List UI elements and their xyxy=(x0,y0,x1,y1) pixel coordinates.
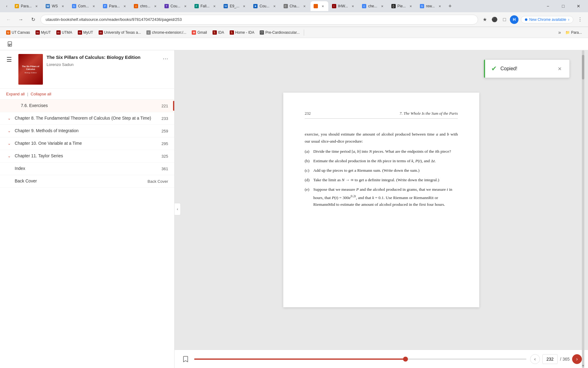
tab-1[interactable]: P Para... ✕ xyxy=(12,1,42,11)
back-button[interactable]: ← xyxy=(4,15,13,25)
bookmark-utexas[interactable]: m University of Texas a... xyxy=(96,29,144,36)
toc-item-back-cover[interactable]: Back Cover Back Cover xyxy=(0,175,174,188)
new-chrome-badge[interactable]: New Chrome available › xyxy=(521,16,573,23)
tab-3-close[interactable]: ✕ xyxy=(91,4,96,9)
reader-content: ✔ Copied! ✕ 232 7. The Whole Is the Sum … xyxy=(175,50,588,368)
tab-4[interactable]: P Para... ✕ xyxy=(100,1,130,11)
tab-scroll-left[interactable]: ‹ xyxy=(2,2,11,10)
bookmark-ut-canvas[interactable]: U UT Canvas xyxy=(4,29,32,36)
prev-page-button[interactable]: ‹ xyxy=(530,354,540,364)
expand-all-button[interactable]: Expand all xyxy=(6,92,25,96)
bookmark-utma[interactable]: m UTMA xyxy=(54,29,75,36)
tab-2-close[interactable]: ✕ xyxy=(60,4,65,9)
toc-index-text: Index xyxy=(15,166,159,172)
tab-5[interactable]: c chro... ✕ xyxy=(131,1,160,11)
tab-14[interactable]: {} Pie... ✕ xyxy=(388,1,416,11)
extensions-icon[interactable]: ⚫ xyxy=(490,15,499,24)
toc-item-ch10[interactable]: ⌄ Chapter 10. One Variable at a Time 295 xyxy=(0,137,174,150)
book-cover-subtitle: Biology Edition xyxy=(24,72,37,74)
tab-15[interactable]: G rew... ✕ xyxy=(417,1,445,11)
bookmarks-more[interactable]: » xyxy=(557,30,562,35)
tab-4-close[interactable]: ✕ xyxy=(122,4,127,9)
forward-button[interactable]: → xyxy=(16,15,26,25)
book-author: Lorenzo Sadun xyxy=(47,62,158,67)
book-menu-button[interactable]: ⋯ xyxy=(161,54,169,63)
tab-8[interactable]: W E9_... ✕ xyxy=(221,1,250,11)
bookmark-myut-2[interactable]: m MyUT xyxy=(75,29,96,36)
main-area: ☰ The Six Pillars of Calculus Biology Ed… xyxy=(0,50,588,368)
toc-ch11-page: 325 xyxy=(161,154,168,159)
progress-bar[interactable] xyxy=(194,358,526,360)
address-input[interactable]: utaustin-bookshelf.vitalsource.com/reade… xyxy=(40,15,478,25)
tab-10[interactable]: C Cha... ✕ xyxy=(281,1,310,11)
toc-ch8-page: 233 xyxy=(161,116,168,121)
bookmark-chrome-ext[interactable]: c chrome-extension:/... xyxy=(144,29,189,36)
page-bookmark-icon[interactable] xyxy=(181,354,190,364)
bookmarks-bar: U UT Canvas m MyUT m UTMA m MyUT m Unive… xyxy=(0,27,588,38)
tab-7[interactable]: F Fall... ✕ xyxy=(191,1,220,11)
bookmark-star-icon[interactable]: ★ xyxy=(481,15,489,24)
toc-item-ch11[interactable]: ⌄ Chapter 11. Taylor Series 325 xyxy=(0,150,174,163)
toc-item-ch8[interactable]: ⌄ Chapter 8. The Fundamental Theorem of … xyxy=(0,112,174,125)
settings-icon[interactable]: ⋮ xyxy=(576,15,584,24)
tab-6-close[interactable]: ✕ xyxy=(183,4,188,9)
tab-13-close[interactable]: ✕ xyxy=(380,4,385,9)
bookmark-myut-1[interactable]: m MyUT xyxy=(33,29,53,36)
tab-11-close[interactable]: ✕ xyxy=(320,4,325,9)
tab-3-label: Com... xyxy=(78,4,89,8)
tab-14-close[interactable]: ✕ xyxy=(408,4,413,9)
bookmark-ida-label: IDA xyxy=(218,30,224,35)
collapse-all-button[interactable]: Collapse all xyxy=(31,92,51,96)
tab-5-close[interactable]: ✕ xyxy=(153,4,158,9)
bookmark-chrome-ext-label: chrome-extension:/... xyxy=(152,30,186,35)
tab-7-close[interactable]: ✕ xyxy=(212,4,217,9)
tab-3[interactable]: G Com... ✕ xyxy=(69,1,99,11)
reload-button[interactable]: ↻ xyxy=(28,15,38,25)
tab-8-close[interactable]: ✕ xyxy=(242,4,247,9)
page-number-input[interactable]: 232 xyxy=(542,354,558,364)
book-info: The Six Pillars of Calculus: Biology Edi… xyxy=(47,54,158,67)
minimize-button[interactable]: − xyxy=(541,1,555,11)
new-tab-button[interactable]: + xyxy=(446,2,454,10)
tab-10-close[interactable]: ✕ xyxy=(302,4,307,9)
toc-back-cover-expand-icon xyxy=(6,178,12,184)
tab-1-close[interactable]: ✕ xyxy=(34,4,39,9)
maximize-button[interactable]: □ xyxy=(556,1,570,11)
tab-12[interactable]: I IHW... ✕ xyxy=(329,1,359,11)
tab-2[interactable]: W WS ✕ xyxy=(43,1,68,11)
toc-item-exercises[interactable]: 7.6. Exercises 221 xyxy=(0,100,174,112)
toc-item-ch9[interactable]: ⌄ Chapter 9. Methods of Integration 259 xyxy=(0,125,174,137)
bookmark-myut-2-label: MyUT xyxy=(83,30,93,35)
tab-11-active[interactable]: ✕ xyxy=(311,1,328,11)
copied-close-button[interactable]: ✕ xyxy=(556,65,563,72)
vitalsource-toolbar xyxy=(0,38,588,50)
bookmark-gmail[interactable]: M Gmail xyxy=(189,29,209,36)
bookmark-pre-cardio[interactable]: 🛡 Pre-Cardiovascular... xyxy=(257,29,302,36)
profile-icon[interactable]: H xyxy=(510,15,518,24)
all-bookmarks[interactable]: 📁 Para... xyxy=(563,29,584,36)
tab-6[interactable]: T Cou... ✕ xyxy=(161,1,191,11)
toc-ch9-text: Chapter 9. Methods of Integration xyxy=(15,128,159,134)
toc-item-index[interactable]: Index 361 xyxy=(0,163,174,175)
close-button[interactable]: ✕ xyxy=(571,1,586,11)
bookmarks-separator xyxy=(304,29,304,36)
tab-15-close[interactable]: ✕ xyxy=(437,4,442,9)
exercise-b-label: (b) xyxy=(305,158,311,165)
reader-collapse-button[interactable]: ‹ xyxy=(175,203,181,215)
tab-13[interactable]: c che... ✕ xyxy=(359,1,387,11)
bookmark-home-ida[interactable]: 🦌 Home - IDA xyxy=(227,29,257,36)
bookmark-ida[interactable]: 🦌 IDA xyxy=(210,29,227,36)
tab-9-close[interactable]: ✕ xyxy=(272,4,277,9)
print-icon[interactable] xyxy=(5,39,15,49)
toc-index-page: 361 xyxy=(161,167,168,171)
page-intro-text: exercise, you should estimate the amount… xyxy=(305,131,458,145)
toc-separator: | xyxy=(27,92,28,96)
sidebar-menu-icon[interactable]: ☰ xyxy=(4,54,15,65)
toc-ch8-expand-icon: ⌄ xyxy=(6,115,12,121)
tab-12-close[interactable]: ✕ xyxy=(350,4,355,9)
bookmark-utexas-label: University of Texas a... xyxy=(104,30,141,35)
folder-icon: 📁 xyxy=(565,30,570,35)
progress-thumb[interactable] xyxy=(403,357,408,362)
tab-9[interactable]: ★ Cou... ✕ xyxy=(250,1,280,11)
split-view-icon[interactable]: □ xyxy=(500,15,509,24)
